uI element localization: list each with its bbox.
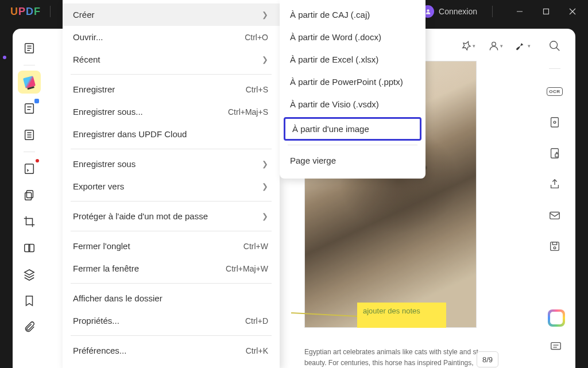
comment-button[interactable] [547,337,565,355]
pin-tool[interactable]: ▾ [457,36,479,56]
svg-rect-17 [25,192,32,200]
svg-line-22 [556,48,560,51]
menu-close-tab[interactable]: Fermer l'ongletCtrl+W [63,235,280,257]
form-tool[interactable] [18,157,41,180]
app-logo: UPDF [10,6,41,18]
highlight-tool[interactable] [18,71,41,94]
sub-from-excel[interactable]: À partir de Excel (.xlsx) [280,48,425,71]
menu-show-folder[interactable]: Afficher dans le dossier [63,287,280,309]
user-tool[interactable]: ▾ [485,36,506,56]
separator [288,145,417,145]
chevron-right-icon: ❯ [262,182,268,191]
svg-rect-26 [555,154,559,157]
svg-rect-8 [25,104,34,114]
menu-save[interactable]: EnregistrerCtrl+S [63,78,280,100]
search-button[interactable] [544,36,565,56]
close-button[interactable] [559,0,586,23]
top-toolbar: ▾ ▾ ▾ [457,36,534,56]
menu-export[interactable]: Exporter vers❯ [63,175,280,197]
svg-rect-31 [551,343,561,350]
sub-from-caj[interactable]: À partir de CAJ (.caj) [280,3,425,26]
menu-saveas[interactable]: Enregistrer sous...Ctrl+Maj+S [63,100,280,123]
chevron-right-icon: ❯ [262,212,268,220]
svg-rect-15 [25,164,34,174]
login-label: Connexion [439,7,477,16]
svg-rect-23 [551,118,559,127]
menu-saveas2[interactable]: Enregistrer sous❯ [63,153,280,175]
sub-from-image[interactable]: À partir d'une image [284,117,421,141]
svg-point-30 [554,247,556,249]
separator [71,74,272,75]
menu-save-cloud[interactable]: Enregistrer dans UPDF Cloud [63,123,280,145]
menu-protect[interactable]: Protéger à l'aide d'un mot de passe❯ [63,205,280,227]
share-button[interactable] [544,174,565,195]
bookmark-tool[interactable] [18,289,41,312]
save-button[interactable] [544,236,565,257]
separator [71,149,272,149]
ai-button[interactable] [548,309,565,327]
menu-open[interactable]: Ouvrir...Ctrl+O [63,26,280,48]
separator [71,335,272,336]
separator [71,283,272,284]
scan-button[interactable] [544,112,565,133]
menu-properties[interactable]: Propriétés...Ctrl+D [63,309,280,332]
separator [24,65,35,65]
left-toolbar [11,37,47,339]
sub-from-visio[interactable]: À partir de Visio (.vsdx) [280,93,425,115]
sign-tool[interactable]: ▾ [512,36,534,56]
right-toolbar: OCR [540,36,570,257]
sub-from-ppt[interactable]: À partir de PowerPoint (.pptx) [280,71,425,93]
separator [71,231,272,231]
highlighter-icon [23,76,36,88]
svg-point-20 [492,42,496,46]
separator [50,6,51,17]
lock-button[interactable] [544,143,565,164]
create-submenu: À partir de CAJ (.caj) À partir de Word … [280,0,425,179]
separator [71,201,272,202]
chevron-right-icon: ❯ [262,160,268,168]
mail-button[interactable] [544,205,565,226]
attach-tool[interactable] [18,316,41,339]
chevron-right-icon: ❯ [262,55,268,64]
menu-preferences[interactable]: Préférences...Ctrl+K [63,339,280,362]
copy-tool[interactable] [18,184,41,207]
menu-recent[interactable]: Récent❯ [63,48,280,71]
svg-point-24 [554,121,556,123]
edit-tool[interactable] [18,97,41,120]
layers-tool[interactable] [18,263,41,286]
separator [549,68,560,69]
crop-tool[interactable] [18,210,41,233]
indicator-dot [2,55,7,60]
reader-tool[interactable] [18,37,41,60]
sticky-note[interactable]: ajouter des notes [357,303,446,328]
svg-rect-29 [552,242,556,245]
menu-create[interactable]: Créer❯ [63,3,280,26]
minimize-button[interactable] [506,0,533,23]
ocr-button[interactable]: OCR [544,81,565,102]
page-indicator[interactable]: 8/9 [477,351,498,367]
compare-tool[interactable] [18,237,41,259]
file-menu: Créer❯ Ouvrir...Ctrl+O Récent❯ Enregistr… [63,0,280,368]
menu-close-window[interactable]: Fermer la fenêtreCtrl+Maj+W [63,257,280,280]
chevron-right-icon: ❯ [262,10,268,19]
separator [24,152,35,152]
sub-blank-page[interactable]: Page vierge [280,149,425,172]
page-tool[interactable] [18,123,41,146]
login-button[interactable]: Connexion [416,3,483,20]
svg-point-21 [550,41,558,49]
svg-rect-1 [544,9,549,14]
maximize-button[interactable] [533,0,559,23]
document-body-text: Egyptian art celebrates animals like cat… [304,347,482,368]
separator [492,6,493,17]
svg-rect-16 [26,191,33,198]
svg-rect-27 [550,212,560,219]
sub-from-word[interactable]: À partir de Word (.docx) [280,26,425,48]
